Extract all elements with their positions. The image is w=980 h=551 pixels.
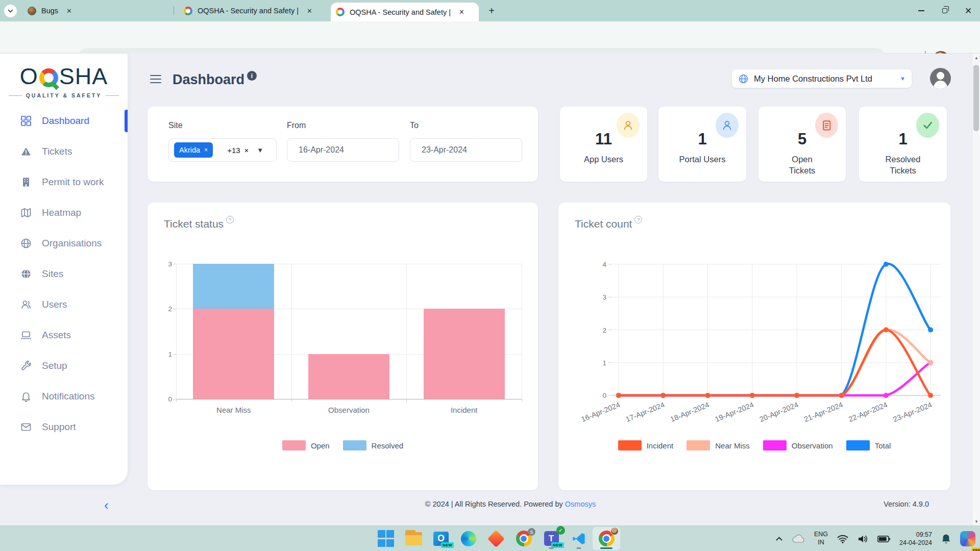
sidebar-item-organisations[interactable]: Organisations xyxy=(0,228,128,259)
chevron-down-icon[interactable]: ▼ xyxy=(257,146,263,154)
svg-text:19-Apr-2024: 19-Apr-2024 xyxy=(714,400,755,423)
gridline xyxy=(406,264,407,399)
scroll-up-icon[interactable]: ▲ xyxy=(972,54,980,62)
windows-start-icon xyxy=(378,530,395,547)
stat-card-resolved-tickets: 1Resolved Tickets xyxy=(859,107,947,182)
svg-text:1: 1 xyxy=(602,359,606,367)
taskbar-app-explorer[interactable] xyxy=(400,527,427,550)
browser-tab[interactable]: Bugs✕ xyxy=(22,0,172,21)
stat-label: Open Tickets xyxy=(758,154,846,177)
x-category-label: Observation xyxy=(328,406,370,414)
sidebar-item-notifications[interactable]: Notifications xyxy=(0,381,128,412)
taskbar-app-chrome[interactable]: S xyxy=(510,527,537,550)
tab-close-icon[interactable]: ✕ xyxy=(305,6,314,16)
site-more-count[interactable]: +13 × xyxy=(227,146,249,155)
legend-item-observation[interactable]: Observation xyxy=(763,440,833,450)
svg-text:17-Apr-2024: 17-Apr-2024 xyxy=(625,400,666,423)
sidebar-item-permit-to-work[interactable]: Permit to work xyxy=(0,167,128,197)
user-avatar[interactable] xyxy=(930,68,951,89)
taskbar-app-edge[interactable] xyxy=(455,527,482,550)
legend-swatch xyxy=(763,440,787,450)
from-date-field[interactable]: 16-Apr-2024 xyxy=(287,138,399,162)
legend-item-open[interactable]: Open xyxy=(282,440,330,450)
sidebar-collapse-button[interactable]: ‹ xyxy=(104,498,109,512)
volume-icon[interactable] xyxy=(853,526,873,551)
tray-expand-button[interactable] xyxy=(771,526,787,551)
legend-item-near-miss[interactable]: Near Miss xyxy=(687,440,750,450)
site-chip-akrida[interactable]: Akrida × xyxy=(174,142,213,158)
from-label: From xyxy=(287,121,306,130)
bar-open-near-miss xyxy=(193,309,274,399)
new-tab-button[interactable]: + xyxy=(485,4,498,17)
sidebar-item-label: Users xyxy=(42,299,67,310)
tab-close-icon[interactable]: ✕ xyxy=(64,6,74,16)
legend-item-incident[interactable]: Incident xyxy=(618,440,674,450)
taskbar-clock[interactable]: 09:57 24-04-2024 xyxy=(895,526,937,551)
minimize-button[interactable] xyxy=(910,0,933,21)
copilot-icon[interactable]: PRE xyxy=(955,526,980,551)
legend-item-total[interactable]: Total xyxy=(846,440,891,450)
tab-close-icon[interactable]: ✕ xyxy=(457,7,467,17)
diamond-app-icon xyxy=(487,530,505,547)
taskbar-app-vscode[interactable] xyxy=(565,527,593,550)
svg-text:4: 4 xyxy=(602,261,606,268)
scroll-down-icon[interactable]: ▼ xyxy=(972,517,980,525)
language-indicator[interactable]: ENG IN xyxy=(810,526,832,551)
taskbar-app-outlook[interactable]: ONEW xyxy=(427,527,455,550)
site-more-remove-icon[interactable]: × xyxy=(244,146,249,155)
chrome-profile-badge xyxy=(610,527,619,535)
close-button[interactable]: ✕ xyxy=(957,0,980,21)
company-selector[interactable]: My Home Constructions Pvt Ltd ▼ xyxy=(732,69,912,88)
dashboard-info-icon[interactable]: i xyxy=(247,71,257,81)
sidebar-item-assets[interactable]: Assets xyxy=(0,320,128,350)
sidebar-item-support[interactable]: Support xyxy=(0,412,128,442)
onedrive-icon[interactable] xyxy=(787,526,810,551)
browser-tab-active[interactable]: OQSHA - Security and Safety |✕ xyxy=(331,3,479,21)
sidebar-item-sites[interactable]: Sites xyxy=(0,259,128,289)
window-controls: ✕ xyxy=(910,0,980,21)
system-tray: ENG IN 09:57 24-04-2024 PRE xyxy=(771,526,980,551)
copilot-pre-badge: PRE xyxy=(971,547,980,551)
battery-icon[interactable] xyxy=(873,526,895,551)
legend-swatch xyxy=(846,440,870,450)
browser-tab[interactable]: OQSHA - Security and Safety |✕ xyxy=(179,0,324,21)
tab-search-button[interactable] xyxy=(4,5,17,17)
y-tick-label: 0 xyxy=(157,395,172,403)
sidebar-item-heatmap[interactable]: Heatmap xyxy=(0,197,128,228)
taskbar-app-diamond[interactable] xyxy=(482,527,510,550)
sidebar-item-label: Sites xyxy=(42,268,63,280)
chip-remove-icon[interactable]: × xyxy=(204,146,208,154)
sidebar-item-setup[interactable]: Setup xyxy=(0,350,128,381)
wifi-icon[interactable] xyxy=(832,526,853,551)
help-icon[interactable]: ? xyxy=(226,216,234,223)
to-date-field[interactable]: 23-Apr-2024 xyxy=(410,138,522,162)
page-title: Dashboard xyxy=(173,72,244,88)
site-chip-label: Akrida xyxy=(179,146,200,154)
taskbar-app-chrome-active[interactable] xyxy=(593,527,620,550)
osmosys-link[interactable]: Osmosys xyxy=(565,500,596,508)
notification-bell-icon[interactable] xyxy=(937,526,955,551)
page-scrollbar[interactable]: ▲ ▼ xyxy=(972,54,980,525)
tray-date: 24-04-2024 xyxy=(899,539,932,546)
sidebar-item-dashboard[interactable]: Dashboard xyxy=(0,106,128,136)
x-category-label: Incident xyxy=(451,406,478,414)
copyright-text: © 2024 | All Rights Reserved. Powered by… xyxy=(128,500,893,508)
scrollbar-thumb[interactable] xyxy=(973,65,979,131)
version-text: Version: 4.9.0 xyxy=(884,500,929,508)
site-multiselect[interactable]: Akrida × +13 × ▼ xyxy=(168,138,277,162)
sidebar-item-users[interactable]: Users xyxy=(0,289,128,320)
taskbar-app-teams[interactable]: TNEW✓ xyxy=(537,527,565,550)
page-footer: © 2024 | All Rights Reserved. Powered by… xyxy=(128,485,972,525)
svg-text:0: 0 xyxy=(602,392,606,399)
hamburger-menu-button[interactable] xyxy=(150,75,161,83)
restore-button[interactable] xyxy=(933,0,957,21)
x-tick xyxy=(291,399,292,402)
legend-item-resolved[interactable]: Resolved xyxy=(343,440,404,450)
svg-text:23-Apr-2024: 23-Apr-2024 xyxy=(892,400,933,423)
sidebar-item-tickets[interactable]: Tickets xyxy=(0,136,128,167)
taskbar-app-start[interactable] xyxy=(372,527,400,550)
chevron-down-icon xyxy=(8,9,13,13)
chevron-up-icon xyxy=(776,537,782,541)
from-date-value: 16-Apr-2024 xyxy=(292,145,344,155)
vscode-icon xyxy=(572,532,586,546)
